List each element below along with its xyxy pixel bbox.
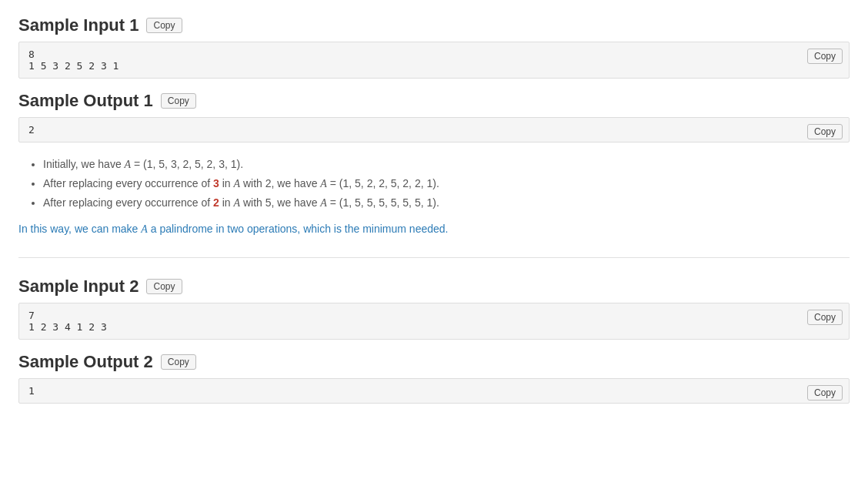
explanation-bullet-3: After replacing every occurrence of 2 in…: [43, 193, 850, 213]
sample-input-1-copy-button[interactable]: Copy: [146, 18, 182, 33]
sample-output-2-title: Sample Output 2 Copy: [18, 352, 850, 372]
sample-output-1-copy-button[interactable]: Copy: [161, 93, 196, 109]
sample-input-2-line-1: 7: [28, 310, 840, 321]
explanation-block: Initially, we have A = (1, 5, 3, 2, 5, 2…: [18, 155, 850, 239]
sample-input-2-line-2: 1 2 3 4 1 2 3: [28, 321, 840, 333]
explanation-bullet-1: Initially, we have A = (1, 5, 3, 2, 5, 2…: [43, 155, 850, 174]
section-divider: [18, 257, 850, 258]
sample-input-2-label: Sample Input 2: [18, 277, 139, 297]
sample-input-2-code-box: 7 1 2 3 4 1 2 3 Copy: [18, 303, 850, 340]
explanation-list: Initially, we have A = (1, 5, 3, 2, 5, 2…: [43, 155, 850, 213]
sample-input-2-corner-copy-button[interactable]: Copy: [807, 310, 843, 325]
sample-output-2-section: Sample Output 2 Copy 1 Copy: [18, 352, 850, 404]
sample-input-1-line-1: 8: [28, 49, 840, 60]
sample-output-2-line-1: 1: [28, 385, 840, 397]
sample-output-1-section: Sample Output 1 Copy 2 Copy: [18, 91, 850, 142]
sample-output-1-label: Sample Output 1: [18, 91, 153, 111]
sample-input-2-title: Sample Input 2 Copy: [18, 277, 850, 297]
sample-input-1-code-box: 8 1 5 3 2 5 2 3 1 Copy: [18, 42, 850, 79]
explanation-bullet-2: After replacing every occurrence of 3 in…: [43, 174, 850, 193]
sample-output-1-line-1: 2: [28, 124, 840, 136]
sample-output-1-title: Sample Output 1 Copy: [18, 91, 850, 111]
sample-output-1-corner-copy-button[interactable]: Copy: [807, 124, 843, 139]
sample-input-1-line-2: 1 5 3 2 5 2 3 1: [28, 60, 840, 72]
sample-output-2-code-box: 1 Copy: [18, 378, 850, 404]
explanation-summary: In this way, we can make A a palindrome …: [18, 220, 850, 239]
sample-input-1-title: Sample Input 1 Copy: [18, 15, 850, 35]
sample-input-1-section: Sample Input 1 Copy 8 1 5 3 2 5 2 3 1 Co…: [18, 15, 850, 79]
sample-output-2-corner-copy-button[interactable]: Copy: [807, 385, 843, 401]
sample-output-2-copy-button[interactable]: Copy: [161, 354, 196, 370]
sample-input-1-corner-copy-button[interactable]: Copy: [807, 49, 843, 64]
sample-input-2-copy-button[interactable]: Copy: [146, 279, 182, 294]
sample-input-2-section: Sample Input 2 Copy 7 1 2 3 4 1 2 3 Copy: [18, 277, 850, 340]
sample-input-1-label: Sample Input 1: [18, 15, 139, 35]
sample-output-2-label: Sample Output 2: [18, 352, 153, 372]
sample-output-1-code-box: 2 Copy: [18, 117, 850, 142]
